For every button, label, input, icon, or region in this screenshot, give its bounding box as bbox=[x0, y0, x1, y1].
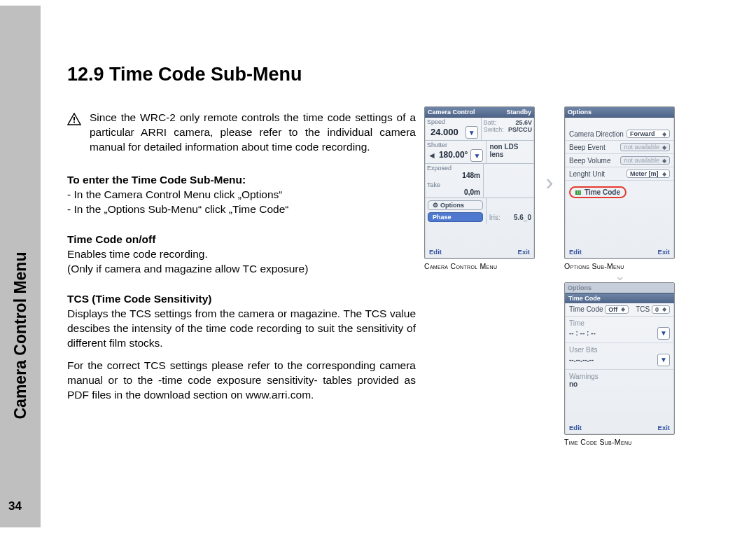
exposed-value: 148m bbox=[425, 172, 483, 181]
sidebar-title: Camera Control Menu bbox=[11, 230, 30, 420]
time-dropdown-icon[interactable]: ▼ bbox=[657, 327, 670, 340]
userbits-dropdown-icon[interactable]: ▼ bbox=[657, 354, 670, 366]
edit-button[interactable]: Edit bbox=[429, 248, 442, 256]
tcs-label: TCS bbox=[636, 305, 650, 313]
iris-value: 5.6_0 bbox=[514, 214, 531, 221]
warning-icon bbox=[67, 113, 81, 125]
switch-label: Switch: bbox=[484, 126, 504, 133]
svg-rect-1 bbox=[74, 117, 75, 120]
tcs-select[interactable]: 0◆ bbox=[652, 305, 670, 314]
scrA-title: Camera Control bbox=[428, 109, 475, 116]
chevron-down-icon: ⌄ bbox=[615, 272, 625, 281]
warnings-label: Warnings bbox=[569, 373, 670, 380]
shutter-dropdown-icon[interactable]: ▼ bbox=[470, 149, 483, 162]
intro-paragraph: Since the WRC-2 only remote controls the… bbox=[90, 111, 416, 155]
enter-step-1: - In the Camera Control Menu click „Opti… bbox=[67, 188, 416, 202]
timecode-button[interactable]: Time Code bbox=[569, 186, 626, 198]
scrA-status: Standby bbox=[506, 109, 531, 116]
exit-button[interactable]: Exit bbox=[658, 248, 670, 256]
speed-label: Speed bbox=[425, 118, 481, 125]
beepvol-label: Beep Volume bbox=[569, 157, 611, 165]
tcs-para1: Displays the TCS settings from the camer… bbox=[67, 307, 416, 351]
lenunit-select[interactable]: Meter [m]◆ bbox=[626, 169, 670, 178]
page-number: 34 bbox=[8, 499, 22, 513]
userbits-label: User Bits bbox=[569, 346, 670, 354]
tc-label: Time Code bbox=[569, 305, 603, 313]
shutter-value: 180.00° bbox=[436, 150, 471, 161]
screenshot-camera-control: Camera ControlStandby Speed 24.000▼ Batt… bbox=[424, 106, 535, 259]
beepev-select: not available◆ bbox=[620, 143, 670, 151]
lenunit-label: Lenght Unit bbox=[569, 170, 605, 178]
time-value: -- : -- : -- bbox=[569, 329, 596, 337]
lens-value: non LDS lens bbox=[489, 143, 518, 158]
timecode-icon bbox=[575, 191, 581, 195]
camdir-label: Camera Direction bbox=[569, 130, 624, 138]
tcs-para2: For the correct TCS settings please refe… bbox=[67, 359, 416, 403]
switch-value: PS/CCU bbox=[508, 126, 532, 133]
tc-onoff-heading: Time Code on/off bbox=[67, 233, 416, 247]
speed-value: 24.000 bbox=[428, 127, 461, 139]
options-button[interactable]: ⚙ Options bbox=[428, 200, 483, 210]
main-content: 12.9 Time Code Sub-Menu Since the WRC-2 … bbox=[67, 62, 416, 418]
tc-select[interactable]: Off◆ bbox=[605, 305, 629, 314]
tc-onoff-line1: Enables time code recording. bbox=[67, 247, 416, 262]
caption-timecode: Time Code Sub-Menu bbox=[564, 438, 675, 446]
timecode-bar: Time Code bbox=[565, 293, 674, 303]
enter-step-2: - In the „Options Sub-Menu“ click „Time … bbox=[67, 202, 416, 217]
exit-button[interactable]: Exit bbox=[658, 424, 670, 431]
svg-rect-2 bbox=[74, 122, 75, 123]
beepvol-select: not available◆ bbox=[620, 156, 670, 165]
screenshot-timecode: Options Time Code Time Code Off◆ TCS 0◆ … bbox=[564, 282, 675, 435]
figures-column: Camera ControlStandby Speed 24.000▼ Batt… bbox=[424, 106, 732, 446]
scrC-title: Options bbox=[568, 284, 592, 291]
exit-button[interactable]: Exit bbox=[518, 248, 530, 256]
speed-dropdown-icon[interactable]: ▼ bbox=[465, 126, 478, 139]
batt-value: 25.6V bbox=[515, 119, 532, 126]
iris-label: Iris: bbox=[489, 214, 500, 221]
take-label: Take bbox=[425, 181, 483, 188]
scrB-title: Options bbox=[568, 109, 592, 116]
edit-button[interactable]: Edit bbox=[569, 424, 582, 431]
page-heading: 12.9 Time Code Sub-Menu bbox=[67, 62, 416, 87]
shutter-label: Shutter bbox=[425, 141, 486, 148]
edit-button[interactable]: Edit bbox=[569, 248, 582, 256]
exposed-label: Exposed bbox=[425, 164, 483, 172]
take-value: 0,0m bbox=[425, 188, 483, 198]
batt-label: Batt: bbox=[484, 119, 497, 126]
time-label: Time bbox=[569, 319, 670, 327]
phase-button[interactable]: Phase bbox=[428, 212, 483, 222]
caption-camera-control: Camera Control Menu bbox=[424, 262, 535, 270]
tcs-heading: TCS (Time Code Sensitivity) bbox=[67, 292, 416, 307]
chevron-right-icon: › bbox=[545, 169, 553, 193]
camdir-select[interactable]: Forward◆ bbox=[626, 130, 670, 138]
beepev-label: Beep Event bbox=[569, 144, 606, 151]
userbits-value: --.--.--.-- bbox=[569, 356, 594, 364]
screenshot-options: Options Camera Direction Forward◆ Beep E… bbox=[564, 106, 675, 259]
enter-heading: To enter the Time Code Sub-Menu: bbox=[67, 173, 416, 188]
warnings-value: no bbox=[569, 380, 578, 388]
tc-onoff-line2: (Only if camera and magazine allow TC ex… bbox=[67, 262, 416, 277]
sidebar: Camera Control Menu 34 bbox=[0, 6, 41, 527]
